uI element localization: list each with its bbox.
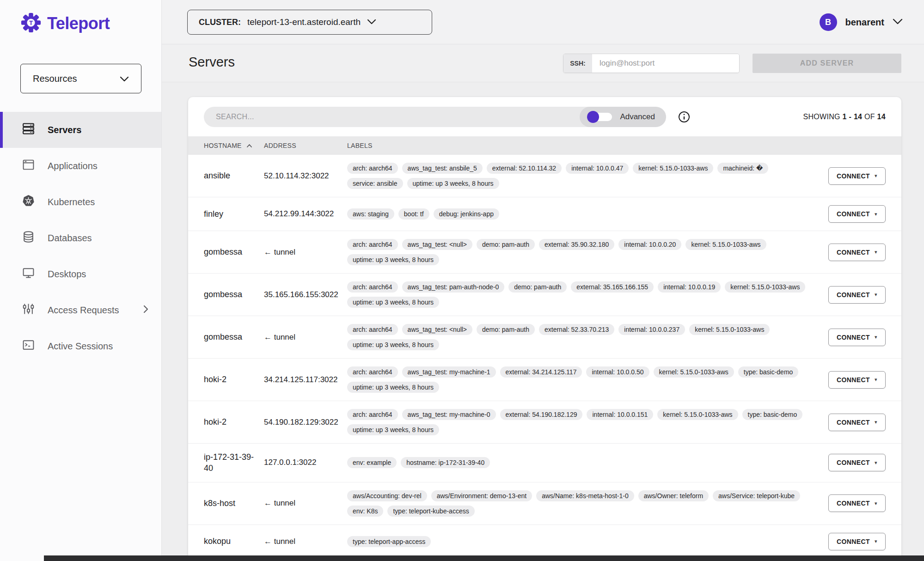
search-input[interactable] xyxy=(204,107,580,127)
label-chip: external: 52.10.114.32 xyxy=(487,163,562,174)
ssh-label: SSH: xyxy=(563,54,592,73)
advanced-search-toggle[interactable]: Advanced xyxy=(580,107,666,127)
labels-cell: arch: aarch64aws_tag_test: <null>demo: p… xyxy=(347,239,816,265)
connect-button[interactable]: CONNECT▾ xyxy=(828,244,886,261)
label-chip: kernel: 5.15.0-1033-aws xyxy=(725,281,805,293)
sidebar-item-active-sessions[interactable]: Active Sessions xyxy=(0,328,161,364)
connect-button[interactable]: CONNECT▾ xyxy=(828,494,886,512)
toggle-knob xyxy=(587,111,599,123)
info-icon[interactable] xyxy=(678,111,690,123)
table-row: ansible52.10.114.32:3022arch: aarch64aws… xyxy=(188,155,901,197)
resources-dropdown-label: Resources xyxy=(33,73,77,84)
dropdown-caret-icon: ▾ xyxy=(875,334,877,340)
chevron-down-icon xyxy=(893,18,903,26)
sidebar-item-desktops[interactable]: Desktops xyxy=(0,256,161,292)
avatar: B xyxy=(820,13,837,31)
connect-button[interactable]: CONNECT▾ xyxy=(828,286,886,304)
chevron-down-icon xyxy=(120,73,129,84)
label-chip: aws_tag_test: ansbile_5 xyxy=(402,163,483,174)
search-bar: Advanced xyxy=(204,107,666,127)
connect-label: CONNECT xyxy=(837,334,870,341)
svg-text:T: T xyxy=(29,19,33,26)
label-chip: uptime: up 3 weeks, 8 hours xyxy=(347,254,439,265)
column-header-labels[interactable]: LABELS xyxy=(347,142,816,149)
label-chip: type: teleport-app-access xyxy=(347,536,431,547)
address-cell: 54.190.182.129:3022 xyxy=(264,418,347,427)
active-sessions-icon xyxy=(22,339,35,354)
hostname-cell: hoki-2 xyxy=(204,374,264,385)
label-chip: service: ansible xyxy=(347,178,403,189)
cluster-value: teleport-13-ent.asteroid.earth xyxy=(247,17,361,27)
label-chip: external: 35.90.32.180 xyxy=(539,239,614,250)
connect-cell: CONNECT▾ xyxy=(816,244,886,261)
connect-button[interactable]: CONNECT▾ xyxy=(828,533,886,550)
table-row: hoki-234.214.125.117:3022arch: aarch64aw… xyxy=(188,359,901,401)
connect-cell: CONNECT▾ xyxy=(816,167,886,185)
label-chip: external: 35.165.166.155 xyxy=(571,281,654,293)
label-chip: type: teleport-kube-access xyxy=(387,506,474,517)
table-row: hoki-254.190.182.129:3022arch: aarch64aw… xyxy=(188,401,901,444)
table-row: k8s-host← tunnelaws/Accounting: dev-rela… xyxy=(188,482,901,525)
address-cell: 127.0.0.1:3022 xyxy=(264,458,347,467)
cluster-selector[interactable]: CLUSTER: teleport-13-ent.asteroid.earth xyxy=(187,10,432,35)
label-chip: uptime: up 3 weeks, 8 hours xyxy=(347,297,439,308)
horizontal-scrollbar[interactable] xyxy=(44,555,924,561)
user-menu[interactable]: B benarent xyxy=(820,0,903,44)
column-header-hostname[interactable]: HOSTNAME xyxy=(204,142,264,149)
connect-label: CONNECT xyxy=(837,459,870,466)
address-cell: ← tunnel xyxy=(264,248,347,257)
address-cell: 34.214.125.117:3022 xyxy=(264,375,347,384)
address-cell: ← tunnel xyxy=(264,537,347,546)
label-chip: type: basic-demo xyxy=(742,409,803,420)
connect-button[interactable]: CONNECT▾ xyxy=(828,167,886,185)
label-chip: aws_tag_test: pam-auth-node-0 xyxy=(402,281,505,293)
label-chip: aws/Accounting: dev-rel xyxy=(347,490,427,501)
label-chip: internal: 10.0.0.50 xyxy=(586,366,649,378)
user-name: benarent xyxy=(845,17,884,28)
toggle-switch[interactable] xyxy=(587,111,613,123)
connect-button[interactable]: CONNECT▾ xyxy=(828,205,886,223)
connect-button[interactable]: CONNECT▾ xyxy=(828,371,886,389)
main-content: Advanced SHOWING 1 - 14 OF 14 HOSTNAME A… xyxy=(162,82,924,561)
add-server-button[interactable]: ADD SERVER xyxy=(753,54,901,73)
label-chip: internal: 10.0.0.151 xyxy=(587,409,653,420)
sidebar-item-applications[interactable]: Applications xyxy=(0,148,161,184)
connect-button[interactable]: CONNECT▾ xyxy=(828,454,886,471)
label-chip: type: basic-demo xyxy=(738,366,799,378)
applications-icon xyxy=(22,159,35,173)
hostname-cell: finley xyxy=(204,208,264,220)
labels-cell: arch: aarch64aws_tag_test: my-machine-1e… xyxy=(347,366,816,393)
sidebar-item-label: Access Requests xyxy=(48,305,119,316)
labels-cell: arch: aarch64aws_tag_test: <null>demo: p… xyxy=(347,324,816,350)
connect-button[interactable]: CONNECT▾ xyxy=(828,414,886,431)
label-chip: env: K8s xyxy=(347,506,383,517)
dropdown-caret-icon: ▾ xyxy=(875,460,877,466)
topbar: CLUSTER: teleport-13-ent.asteroid.earth … xyxy=(162,0,924,44)
connect-button[interactable]: CONNECT▾ xyxy=(828,329,886,346)
labels-cell: arch: aarch64aws_tag_test: pam-auth-node… xyxy=(347,281,816,308)
resources-dropdown[interactable]: Resources xyxy=(20,64,141,93)
hostname-cell: gombessa xyxy=(204,331,264,342)
labels-cell: arch: aarch64aws_tag_test: ansbile_5exte… xyxy=(347,163,816,189)
sidebar-item-databases[interactable]: Databases xyxy=(0,220,161,256)
teleport-logo[interactable]: T Teleport xyxy=(0,0,161,35)
sidebar-item-access-requests[interactable]: Access Requests xyxy=(0,292,161,328)
label-chip: arch: aarch64 xyxy=(347,281,398,293)
sidebar-item-servers[interactable]: Servers xyxy=(0,112,161,148)
desktops-icon xyxy=(22,267,35,281)
servers-icon xyxy=(22,122,35,137)
cluster-label: CLUSTER: xyxy=(199,18,241,27)
column-header-address[interactable]: ADDRESS xyxy=(264,142,347,149)
ssh-input[interactable] xyxy=(592,54,739,73)
sidebar-item-label: Kubernetes xyxy=(48,197,95,207)
hostname-cell: gombessa xyxy=(204,289,264,300)
label-chip: hostname: ip-172-31-39-40 xyxy=(401,457,490,468)
table-row: finley54.212.99.144:3022aws: stagingboot… xyxy=(188,197,901,231)
label-chip: boot: tf xyxy=(398,208,429,220)
address-cell: 35.165.166.155:3022 xyxy=(264,290,347,299)
address-cell: ← tunnel xyxy=(264,333,347,342)
sidebar-item-kubernetes[interactable]: Kubernetes xyxy=(0,184,161,220)
label-chip: internal: 10.0.0.237 xyxy=(618,324,685,335)
sort-asc-icon xyxy=(246,142,252,149)
label-chip: kernel: 5.15.0-1033-aws xyxy=(657,409,738,420)
